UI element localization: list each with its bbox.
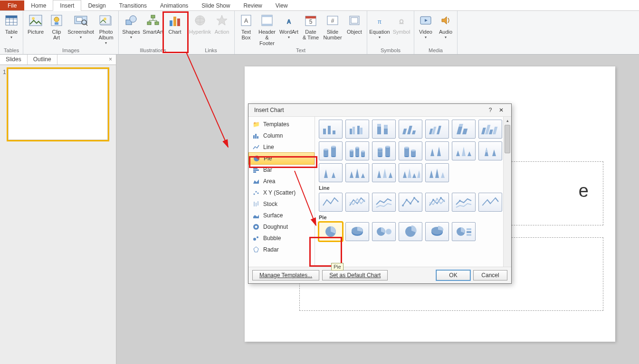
equation-button[interactable]: πEquation▾ (369, 12, 390, 39)
cancel-button[interactable]: Cancel (473, 270, 507, 280)
video-button[interactable]: Video▾ (416, 12, 435, 39)
cat-area[interactable]: Area (248, 176, 315, 187)
tab-transitions[interactable]: Transitions (113, 0, 153, 10)
tab-slideshow[interactable]: Slide Show (195, 0, 237, 10)
panel-tab-slides[interactable]: Slides (0, 55, 28, 65)
textbox-button[interactable]: AText Box (237, 12, 256, 40)
gallery-item[interactable] (372, 163, 396, 182)
gallery-item[interactable] (319, 141, 343, 160)
cat-surface[interactable]: Surface (248, 210, 315, 221)
cat-templates[interactable]: 📁Templates (248, 119, 315, 130)
symbol-label: Symbol (393, 29, 410, 35)
gallery-item[interactable] (372, 193, 396, 212)
cat-scatter[interactable]: X Y (Scatter) (248, 187, 315, 198)
gallery-item[interactable] (319, 163, 343, 182)
dialog-help-icon[interactable]: ? (486, 107, 495, 113)
slide-thumbnail[interactable] (8, 69, 108, 140)
tab-review[interactable]: Review (237, 0, 268, 10)
gallery-item[interactable] (372, 222, 396, 241)
date-time-button[interactable]: 5Date & Time (300, 12, 321, 40)
cat-stock[interactable]: Stock (248, 198, 315, 210)
gallery-item[interactable] (399, 141, 422, 160)
panel-tab-outline[interactable]: Outline (28, 55, 57, 65)
dialog-close-icon[interactable]: ✕ (495, 107, 507, 113)
gallery-item[interactable] (452, 120, 476, 139)
gallery-item[interactable] (452, 222, 476, 241)
svg-marker-129 (485, 148, 488, 152)
object-button[interactable]: Object (344, 12, 365, 35)
photo-album-button[interactable]: Photo Album▾ (95, 12, 116, 45)
gallery-item[interactable] (452, 193, 476, 212)
gallery-item[interactable] (399, 120, 422, 139)
tab-animations[interactable]: Animations (153, 0, 195, 10)
gallery-item[interactable] (319, 120, 343, 139)
gallery-item[interactable] (478, 141, 502, 160)
gallery-item[interactable] (345, 222, 369, 241)
clipart-button[interactable]: Clip Art (47, 12, 66, 40)
gallery-item[interactable] (372, 120, 396, 139)
smartart-button[interactable]: SmartArt (143, 12, 163, 35)
svg-rect-58 (253, 171, 256, 173)
picture-button[interactable]: Picture (25, 12, 46, 35)
cat-column[interactable]: Column (248, 130, 315, 141)
cat-pie[interactable]: Pie (248, 152, 315, 165)
ok-button[interactable]: OK (436, 270, 470, 280)
tab-home[interactable]: Home (24, 0, 53, 10)
scroll-up-icon[interactable]: ▴ (504, 117, 511, 125)
gallery-item[interactable] (319, 193, 343, 212)
cat-bubble[interactable]: Bubble (248, 233, 315, 244)
gallery-item[interactable] (345, 193, 369, 212)
svg-rect-96 (324, 149, 328, 156)
gallery-item-pie-selected[interactable] (319, 222, 343, 241)
cat-radar[interactable]: Radar (248, 244, 315, 255)
svg-text:Ω: Ω (400, 19, 404, 25)
header-footer-button[interactable]: Header & Footer (257, 12, 277, 46)
cat-bar[interactable]: Bar (248, 164, 315, 176)
screenshot-button[interactable]: Screenshot▾ (67, 12, 95, 39)
gallery-item[interactable] (399, 163, 422, 182)
gallery-header-line: Line (319, 185, 507, 191)
gallery-item[interactable] (345, 141, 369, 160)
gallery-scrollbar[interactable]: ▴ ▾ (503, 117, 511, 267)
audio-button[interactable]: Audio▾ (436, 12, 455, 39)
gallery-item[interactable] (372, 141, 396, 160)
radar-icon (252, 246, 260, 253)
cat-line[interactable]: Line (248, 141, 315, 153)
svg-rect-105 (355, 148, 359, 156)
svg-point-19 (130, 16, 136, 22)
gallery-item[interactable] (425, 222, 449, 241)
chart-button[interactable]: Chart (164, 12, 185, 35)
gallery-item[interactable] (345, 163, 369, 182)
group-links-label: Links (190, 47, 232, 54)
wordart-button[interactable]: AWordArt▾ (278, 12, 299, 39)
slide-number-button[interactable]: #Slide Number (322, 12, 343, 40)
tab-file[interactable]: File (0, 0, 24, 10)
tab-design[interactable]: Design (81, 0, 112, 10)
gallery-item[interactable] (452, 141, 476, 160)
tab-insert[interactable]: Insert (53, 0, 81, 11)
gallery-item[interactable] (478, 120, 502, 139)
doughnut-icon (252, 223, 260, 231)
gallery-item[interactable] (345, 120, 369, 139)
gallery-item[interactable] (399, 222, 422, 241)
shapes-button[interactable]: Shapes▾ (121, 12, 142, 39)
cat-doughnut[interactable]: Doughnut (248, 221, 315, 233)
svg-rect-115 (385, 147, 390, 156)
gallery-item[interactable] (478, 193, 502, 212)
svg-marker-51 (442, 17, 447, 24)
svg-marker-59 (253, 179, 259, 184)
gallery-item[interactable] (399, 193, 422, 212)
chart-label: Chart (169, 29, 181, 35)
scroll-handle[interactable] (505, 125, 510, 153)
gallery-item[interactable] (425, 141, 449, 160)
set-default-chart-button[interactable]: Set as Default Chart (322, 270, 388, 280)
panel-close-icon[interactable]: × (105, 55, 116, 65)
tab-view[interactable]: View (269, 0, 295, 10)
svg-rect-22 (155, 22, 159, 25)
manage-templates-button[interactable]: Manage Templates... (252, 270, 319, 280)
object-label: Object (347, 29, 362, 35)
gallery-item[interactable] (425, 120, 449, 139)
table-button[interactable]: Table▾ (2, 12, 21, 39)
gallery-item[interactable] (425, 193, 449, 212)
gallery-item[interactable] (425, 163, 449, 182)
